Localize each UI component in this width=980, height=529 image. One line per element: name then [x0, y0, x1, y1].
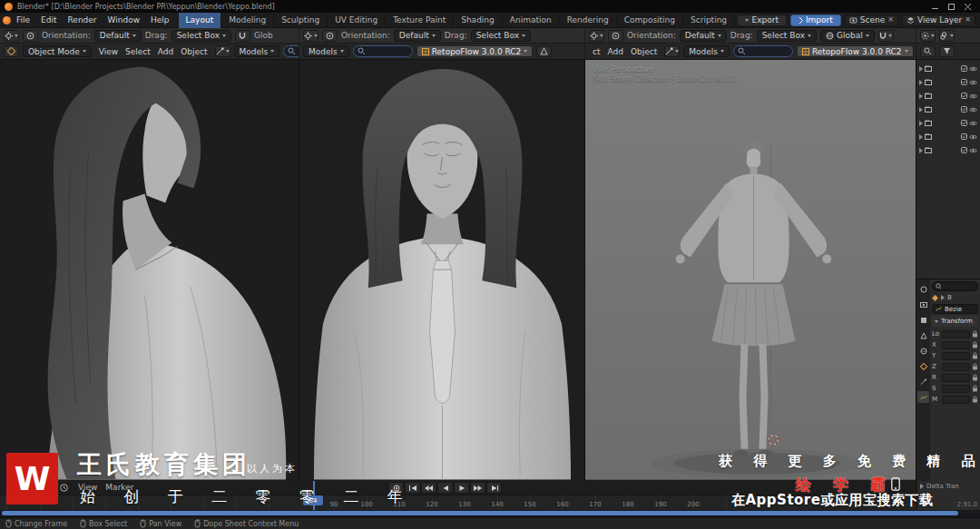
- play-reverse-button[interactable]: [437, 482, 453, 494]
- viewport-menu-item[interactable]: Select: [122, 47, 154, 56]
- play-button[interactable]: [454, 482, 469, 494]
- close-button[interactable]: [960, 2, 975, 12]
- horizontal-scrollbar-thumb[interactable]: [2, 511, 958, 515]
- models-search[interactable]: [733, 45, 793, 57]
- mode-dropdown[interactable]: Object Mode: [23, 45, 92, 57]
- next-keyframe-button[interactable]: [470, 482, 485, 494]
- value-field[interactable]: [942, 330, 970, 338]
- transform-panel-header[interactable]: Transform: [932, 316, 978, 327]
- viewport-menu-item[interactable]: Add: [603, 47, 626, 56]
- transform-row[interactable]: M: [932, 394, 978, 405]
- exclude-checkbox-icon[interactable]: [961, 93, 967, 99]
- outliner-row[interactable]: [916, 143, 980, 157]
- disclosure-icon[interactable]: [919, 93, 923, 99]
- eye-icon[interactable]: [969, 121, 977, 126]
- tab-object-icon[interactable]: [917, 360, 929, 372]
- overlays-dropdown[interactable]: [939, 30, 955, 42]
- workspace-tab[interactable]: Sculpting: [274, 13, 328, 28]
- eye-icon[interactable]: [969, 107, 977, 113]
- tab-world-icon[interactable]: [917, 345, 929, 357]
- select-tool-dropdown[interactable]: Select Box: [471, 30, 531, 42]
- delta-transform-header[interactable]: Delta Tran: [920, 483, 977, 490]
- tab-render-icon[interactable]: [917, 299, 929, 310]
- horizontal-scrollbar-track[interactable]: [0, 510, 980, 517]
- eye-icon[interactable]: [969, 80, 977, 85]
- outliner-row[interactable]: [916, 116, 980, 130]
- retopoflow-button[interactable]: RetopoFlow 3.0.0 RC2: [416, 45, 534, 57]
- select-tool-dropdown[interactable]: Select Box: [172, 30, 231, 42]
- datablock-selector[interactable]: Bezie: [932, 304, 978, 314]
- prev-keyframe-button[interactable]: [421, 482, 436, 494]
- snap-target-clipped[interactable]: Glob: [254, 31, 273, 40]
- unlink-scene-icon[interactable]: ✕: [887, 16, 894, 24]
- pivot-point-dropdown[interactable]: [920, 30, 936, 42]
- tab-tool-icon[interactable]: [917, 283, 929, 295]
- value-field[interactable]: [942, 396, 970, 404]
- proportional-editing-icon[interactable]: [23, 30, 38, 42]
- models-dropdown[interactable]: Models: [683, 45, 730, 57]
- annotate-tool-dropdown[interactable]: [215, 45, 230, 57]
- blender-app-icon[interactable]: [3, 16, 11, 24]
- workspace-tab[interactable]: Texture Paint: [386, 13, 454, 28]
- disclosure-icon[interactable]: [919, 134, 923, 140]
- viewport-menu-item[interactable]: ct: [589, 47, 603, 56]
- exclude-checkbox-icon[interactable]: [961, 106, 967, 113]
- outliner-row[interactable]: [916, 103, 980, 116]
- proportional-editing-icon[interactable]: [322, 30, 338, 42]
- viewport-menu-item[interactable]: Object: [177, 47, 211, 56]
- value-field[interactable]: [942, 374, 970, 382]
- tab-scene-icon[interactable]: [917, 329, 929, 341]
- workspace-tab[interactable]: Modeling: [221, 13, 274, 28]
- disclosure-icon[interactable]: [919, 80, 923, 85]
- proportional-editing-icon[interactable]: [608, 30, 623, 42]
- outliner-row[interactable]: [916, 89, 980, 103]
- transform-row[interactable]: S: [932, 383, 978, 394]
- transform-row[interactable]: R: [932, 372, 978, 383]
- value-field[interactable]: [942, 341, 970, 349]
- tab-object-data-icon[interactable]: [917, 391, 929, 403]
- workspace-tab[interactable]: Layout: [179, 13, 222, 28]
- editor-mode-dropdown[interactable]: [303, 30, 318, 42]
- jump-to-end-button[interactable]: [486, 482, 502, 494]
- disclosure-icon[interactable]: [919, 121, 923, 126]
- value-field[interactable]: [942, 352, 970, 360]
- editor-mode-dropdown[interactable]: [589, 30, 604, 42]
- viewport-menu-item[interactable]: Add: [154, 47, 177, 56]
- lock-icon[interactable]: [972, 363, 978, 370]
- menu-item[interactable]: Window: [103, 15, 146, 24]
- properties-search[interactable]: [932, 281, 978, 291]
- disclosure-icon[interactable]: [919, 66, 923, 72]
- view-layer-selector[interactable]: View Layer ✕: [902, 15, 975, 26]
- outliner-row[interactable]: [916, 130, 980, 143]
- menu-item[interactable]: File: [11, 15, 35, 24]
- orientation-dropdown[interactable]: Default: [394, 30, 441, 42]
- workspace-tab[interactable]: Shading: [454, 13, 503, 28]
- minimize-button[interactable]: [927, 2, 943, 12]
- unlink-view-layer-icon[interactable]: ✕: [965, 16, 971, 24]
- transform-row[interactable]: Lo: [932, 328, 978, 339]
- orientation-dropdown[interactable]: Default: [680, 30, 727, 42]
- value-field[interactable]: [942, 363, 970, 371]
- lock-icon[interactable]: [972, 396, 978, 403]
- transform-row[interactable]: Y: [932, 350, 978, 361]
- models-search[interactable]: [283, 45, 299, 57]
- retopoflow-button[interactable]: RetopoFlow 3.0.0 RC2: [797, 45, 914, 57]
- workspace-tab[interactable]: Scripting: [683, 13, 735, 28]
- menu-item[interactable]: Help: [145, 15, 175, 24]
- tab-output-icon[interactable]: [917, 314, 929, 326]
- mesh-tools-icon[interactable]: [536, 45, 552, 57]
- lock-icon[interactable]: [972, 352, 978, 359]
- menu-item[interactable]: Edit: [35, 15, 62, 24]
- viewport-left-3d[interactable]: [0, 60, 299, 481]
- disclosure-icon[interactable]: [919, 148, 923, 153]
- orientation-dropdown[interactable]: Default: [94, 30, 142, 42]
- transform-row[interactable]: Z: [932, 361, 978, 372]
- exclude-checkbox-icon[interactable]: [961, 65, 967, 72]
- maximize-button[interactable]: [944, 2, 959, 12]
- lock-icon[interactable]: [972, 374, 978, 381]
- snap-magnet-icon[interactable]: [235, 30, 250, 42]
- outliner-row[interactable]: [916, 75, 980, 89]
- eye-icon[interactable]: [969, 93, 977, 99]
- import-button[interactable]: Import: [790, 15, 841, 26]
- workspace-tab[interactable]: Rendering: [560, 13, 617, 28]
